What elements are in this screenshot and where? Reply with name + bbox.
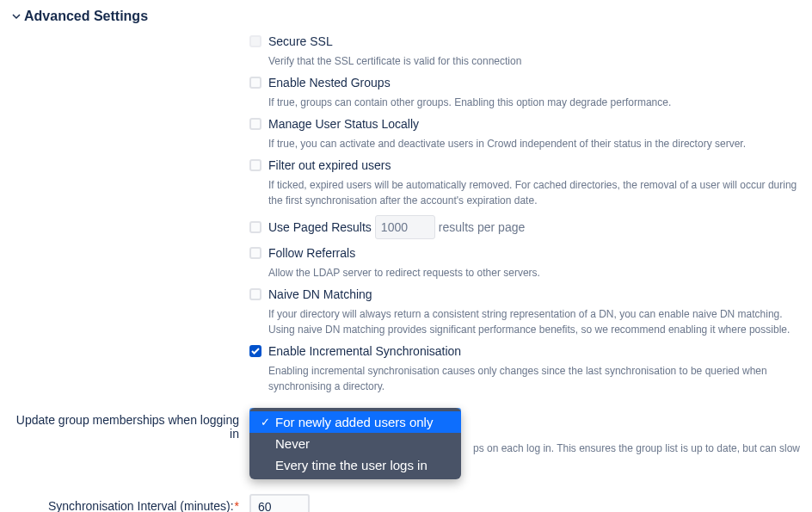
- section-title: Advanced Settings: [24, 9, 148, 24]
- manage-status-desc: If true, you can activate and deactivate…: [268, 136, 800, 151]
- incremental-sync-desc: Enabling incremental synchronisation cau…: [268, 363, 800, 394]
- secure-ssl-label: Secure SSL: [268, 34, 333, 48]
- nested-groups-label: Enable Nested Groups: [268, 76, 391, 89]
- filter-expired-label: Filter out expired users: [268, 158, 391, 172]
- update-memberships-dropdown: ✓ For newly added users only Never Every…: [249, 408, 461, 479]
- nested-groups-desc: If true, groups can contain other groups…: [268, 95, 800, 110]
- dropdown-option-newly-added[interactable]: ✓ For newly added users only: [249, 411, 461, 433]
- secure-ssl-desc: Verify that the SSL certificate is valid…: [268, 53, 800, 69]
- incremental-sync-checkbox[interactable]: [249, 345, 261, 357]
- section-header[interactable]: Advanced Settings: [12, 9, 800, 24]
- filter-expired-desc: If ticked, expired users will be automat…: [268, 177, 800, 208]
- naive-dn-label: Naive DN Matching: [268, 287, 372, 301]
- follow-referrals-desc: Allow the LDAP server to redirect reques…: [268, 265, 800, 281]
- chevron-down-icon: [12, 12, 21, 21]
- update-memberships-label: Update group memberships when logging in: [16, 413, 239, 441]
- manage-status-label: Manage User Status Locally: [268, 117, 419, 131]
- follow-referrals-checkbox[interactable]: [249, 247, 261, 259]
- secure-ssl-checkbox: [249, 35, 261, 47]
- paged-results-checkbox[interactable]: [249, 221, 261, 233]
- sync-interval-input[interactable]: [249, 494, 310, 512]
- dropdown-option-every-time[interactable]: Every time the user logs in: [249, 454, 461, 476]
- naive-dn-desc: If your directory will always return a c…: [268, 306, 800, 337]
- paged-results-input[interactable]: [375, 215, 435, 239]
- manage-status-checkbox[interactable]: [249, 118, 261, 130]
- paged-results-suffix: results per page: [439, 220, 525, 234]
- dropdown-option-never[interactable]: Never: [249, 433, 461, 454]
- sync-interval-label: Synchronisation Interval (minutes):: [48, 499, 234, 512]
- check-icon: ✓: [258, 416, 272, 429]
- nested-groups-checkbox[interactable]: [249, 77, 261, 89]
- paged-results-label: Use Paged Results: [268, 220, 372, 234]
- naive-dn-checkbox[interactable]: [249, 288, 261, 300]
- follow-referrals-label: Follow Referrals: [268, 246, 355, 260]
- required-star-icon: *: [235, 499, 239, 512]
- incremental-sync-label: Enable Incremental Synchronisation: [268, 344, 461, 358]
- filter-expired-checkbox[interactable]: [249, 159, 261, 171]
